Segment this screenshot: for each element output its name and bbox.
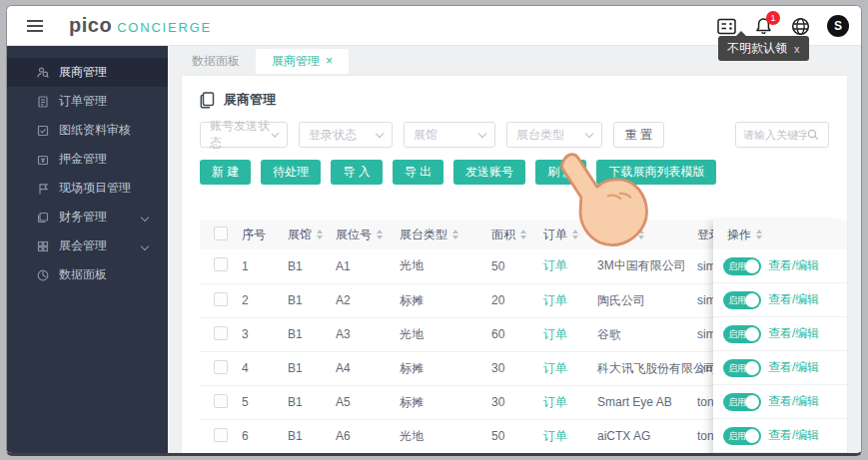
view-edit-link[interactable]: 查看/编辑 [768, 393, 819, 410]
sort-icon[interactable] [756, 230, 762, 239]
chevron-down-icon [376, 129, 384, 137]
view-edit-link[interactable]: 查看/编辑 [768, 325, 819, 342]
document-icon [200, 92, 215, 109]
cell-booth-type: 光地 [392, 249, 483, 283]
chevron-down-icon [478, 129, 486, 137]
language-globe-icon[interactable] [790, 16, 810, 36]
enable-toggle[interactable]: 启用 [723, 291, 761, 309]
col-booth-type[interactable]: 展台类型 [392, 220, 483, 249]
cell-booth: A6 [328, 419, 392, 453]
download-exhibitor-list-template-button[interactable]: 下载展商列表模版 [596, 160, 716, 185]
order-link[interactable]: 订单 [543, 395, 567, 409]
filter-hall[interactable]: 展馆 [404, 122, 495, 148]
row-checkbox[interactable] [214, 326, 228, 340]
sidebar-item-exhibition-mgmt[interactable]: 展会管理 [7, 231, 168, 260]
cell-booth: A3 [328, 317, 392, 351]
notification-bell-icon[interactable]: 1 [753, 16, 773, 36]
view-edit-link[interactable]: 查看/编辑 [768, 257, 819, 274]
col-order[interactable]: 订单 [535, 220, 589, 249]
tab-data-dashboard[interactable]: 数据面板 [176, 49, 256, 74]
cell-serial: 1 [234, 249, 280, 283]
cell-area: 30 [483, 351, 535, 385]
notification-badge: 1 [766, 11, 780, 25]
import-button[interactable]: 导 入 [331, 160, 382, 185]
col-hall[interactable]: 展馆 [280, 220, 328, 249]
view-edit-link[interactable]: 查看/编辑 [768, 359, 819, 376]
sidebar-item-finance-mgmt[interactable]: 财务管理 [7, 203, 168, 231]
tab-close-icon[interactable]: × [326, 54, 333, 68]
sidebar-item-label: 财务管理 [59, 209, 107, 226]
reset-button[interactable]: 重 置 [613, 122, 664, 148]
enable-toggle[interactable]: 启用 [723, 393, 761, 411]
cell-area [483, 453, 535, 456]
row-checkbox[interactable] [214, 428, 228, 442]
view-edit-link[interactable]: 查看/编辑 [768, 427, 819, 444]
exhibition-icon [37, 240, 49, 252]
logo-text-pico: pico [69, 14, 112, 37]
sort-icon[interactable] [452, 230, 458, 239]
sort-icon[interactable] [572, 230, 578, 239]
row-checkbox[interactable] [214, 257, 228, 271]
view-edit-link[interactable]: 查看/编辑 [768, 291, 819, 308]
col-exhibitor-name[interactable]: 展商名 [589, 220, 689, 249]
row-checkbox[interactable] [214, 394, 228, 408]
table-row: 6 B1 A6 光地 50 订单 aiCTX AG tony. [200, 419, 799, 453]
sort-icon[interactable] [520, 230, 526, 239]
search-icon[interactable] [807, 129, 819, 141]
enable-toggle[interactable]: 启用 [723, 427, 761, 445]
tooltip-close-icon[interactable]: x [794, 43, 800, 55]
sort-icon[interactable] [377, 230, 383, 239]
row-checkbox[interactable] [214, 292, 228, 306]
order-link[interactable]: 订单 [543, 327, 567, 341]
user-avatar[interactable]: S [827, 15, 849, 37]
enable-toggle[interactable]: 启用 [723, 325, 761, 343]
order-link[interactable]: 订单 [543, 258, 567, 272]
cell-hall: B1 [280, 385, 328, 419]
sort-icon[interactable] [638, 230, 644, 239]
col-booth[interactable]: 展位号 [328, 220, 392, 249]
sidebar-item-onsite-project-mgmt[interactable]: 现场项目管理 [7, 174, 168, 203]
order-link[interactable]: 订单 [543, 361, 567, 375]
refresh-button[interactable]: 刷 新 [535, 160, 586, 185]
send-account-button[interactable]: 发送账号 [453, 160, 525, 185]
order-link[interactable]: 订单 [543, 293, 567, 307]
col-operation[interactable]: 操作 [713, 220, 847, 249]
new-button[interactable]: 新 建 [200, 160, 251, 185]
claim-payment-icon[interactable] [716, 16, 736, 36]
sidebar-item-drawing-review[interactable]: 图纸资料审核 [7, 116, 168, 145]
row-checkbox[interactable] [214, 360, 228, 374]
operation-row: 启用 查看/编辑 [713, 317, 847, 351]
order-link[interactable]: 订单 [543, 429, 567, 443]
unknown-payment-claim-tooltip: 不明款认领 x [718, 36, 809, 61]
col-area[interactable]: 面积 [483, 220, 535, 249]
enable-toggle[interactable]: 启用 [723, 359, 761, 377]
enable-toggle[interactable]: 启用 [723, 257, 761, 275]
operation-row: 启用 查看/编辑 [713, 419, 847, 453]
exhibitor-search-icon [37, 67, 49, 79]
cell-exhibitor-name: 科大讯飞股份有限公司 [589, 351, 689, 385]
sidebar-item-data-dashboard[interactable]: 数据面板 [7, 260, 168, 289]
chevron-down-icon [141, 241, 149, 249]
cell-booth-type: 标摊 [392, 385, 483, 419]
table-row: 1 B1 A1 光地 50 订单 3M中国有限公司 simo [200, 249, 799, 283]
filter-login-status[interactable]: 登录状态 [299, 122, 393, 148]
sort-icon[interactable] [317, 230, 323, 239]
select-all-checkbox[interactable] [214, 227, 228, 240]
export-button[interactable]: 导 出 [393, 160, 443, 185]
sidebar-item-order-mgmt[interactable]: 订单管理 [7, 87, 168, 116]
sidebar-item-exhibitor-mgmt[interactable]: 展商管理 [7, 58, 168, 87]
logo-text-concierge: CONCIERGE [117, 20, 212, 35]
finance-icon [37, 212, 49, 224]
cell-area: 20 [483, 283, 535, 317]
filter-account-send-status[interactable]: 账号发送状态 [200, 122, 288, 148]
filter-booth-type[interactable]: 展台类型 [506, 122, 602, 148]
sidebar-item-deposit-mgmt[interactable]: 押金管理 [7, 145, 168, 174]
search-input[interactable] [743, 129, 807, 141]
cell-booth [328, 453, 392, 456]
operation-row: 启用 查看/编辑 [713, 283, 847, 317]
hamburger-menu-icon[interactable] [27, 17, 43, 35]
pending-button[interactable]: 待处理 [261, 160, 321, 185]
cell-exhibitor-name: 陶氏公司 [589, 283, 689, 317]
tab-exhibitor-mgmt[interactable]: 展商管理× [256, 49, 349, 74]
cell-hall: B1 [280, 249, 328, 283]
